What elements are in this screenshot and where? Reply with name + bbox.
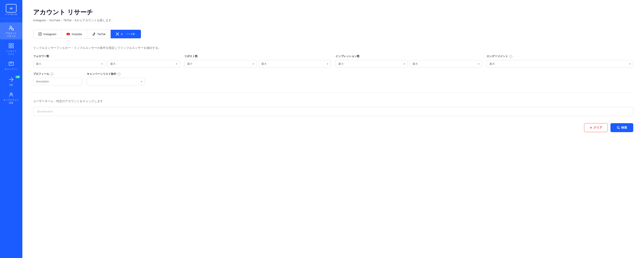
main-content: アカウント リサーチ Instagram・YouTube・TikTok・Xからア… — [22, 0, 644, 258]
tab-youtube[interactable]: Youtube — [62, 30, 87, 38]
influencer-filter-title: インフルエンサーフィルター・インフルエンサーの条件を指定してインフルエンサーを抽… — [33, 46, 633, 50]
sidebar-logo: A/ A·STREAM — [0, 0, 22, 19]
follower-max-wrap: 最大 ▼ — [107, 60, 180, 68]
filter-engagement: エンゲージメント i 最大 ▼ — [486, 54, 633, 68]
tab-x[interactable]: X ベータ版 — [111, 30, 141, 38]
campaign-icon — [8, 60, 14, 67]
sidebar-item-label-dm: DM — [10, 83, 13, 86]
filter-campaign-exclude: キャンペーンリスト除外 i ▼ — [87, 72, 145, 85]
tab-label-instagram: Instagram — [44, 33, 56, 36]
svg-point-15 — [39, 33, 41, 35]
action-bar: ✕ クリア 検索 — [33, 123, 633, 132]
page-title: アカウント リサーチ — [33, 8, 633, 17]
sidebar-item-label-key-account: キーアカウント調査 — [3, 98, 19, 104]
tab-label-x: X — [121, 33, 123, 36]
filter-row-2: プロフィール i キャンペーンリスト除外 i ▼ — [33, 72, 633, 85]
logo-text: A·STREAM — [5, 13, 17, 16]
sidebar-item-campaign[interactable]: キャンペーン — [0, 58, 22, 72]
campaign-exclude-select[interactable] — [87, 78, 145, 85]
repost-label: リポスト数 — [184, 54, 331, 58]
influencer-filter-section: インフルエンサーフィルター・インフルエンサーの条件を指定してインフルエンサーを抽… — [33, 46, 633, 85]
sidebar-item-label-campaign: キャンペーン — [4, 68, 18, 71]
search-button[interactable]: 検索 — [610, 123, 633, 132]
dm-beta-badge: β版 — [16, 75, 20, 78]
dm-icon — [8, 76, 14, 83]
repost-max-select[interactable]: 最大 — [258, 60, 331, 68]
platform-tabs: Instagram Youtube TikTok — [33, 30, 141, 39]
username-subtitle: ・特定のアカウントをチェックします — [54, 99, 103, 103]
x-beta-badge: ベータ版 — [125, 32, 136, 36]
engagement-info-icon[interactable]: i — [509, 55, 512, 58]
svg-point-0 — [10, 26, 12, 28]
sidebar: A/ A·STREAM アカウントリサーチ — [0, 0, 22, 258]
impression-inputs: 最小 ▼ 最大 ▼ — [336, 60, 482, 68]
follower-min-select[interactable]: 最小 — [33, 60, 106, 68]
sidebar-nav: アカウントリサーチ インサイトリスト — [0, 21, 22, 108]
follower-max-select[interactable]: 最大 — [107, 60, 180, 68]
engagement-inputs: 最大 ▼ — [486, 60, 633, 68]
filter-profile: プロフィール i — [33, 72, 82, 85]
impression-max-wrap: 最大 ▼ — [410, 60, 482, 68]
profile-input[interactable] — [33, 78, 82, 85]
repost-min-select[interactable]: 最小 — [184, 60, 257, 68]
filter-repost: リポスト数 最小 ▼ 最大 ▼ — [184, 54, 331, 68]
filter-impression: インプレッション数 最小 ▼ 最大 ▼ — [336, 54, 482, 68]
svg-rect-3 — [9, 43, 11, 45]
svg-point-13 — [11, 93, 12, 94]
search-label: 検索 — [621, 126, 627, 130]
key-account-icon — [8, 91, 14, 98]
impression-label: インプレッション数 — [336, 54, 482, 58]
sidebar-item-label-account-research: アカウントリサーチ — [6, 32, 17, 38]
campaign-exclude-info-icon[interactable]: i — [118, 73, 120, 76]
follower-inputs: 最小 ▼ 最大 ▼ — [33, 60, 180, 68]
instagram-icon — [38, 32, 42, 36]
impression-min-wrap: 最小 ▼ — [336, 60, 408, 68]
clear-label: クリア — [594, 126, 602, 130]
svg-rect-4 — [12, 43, 14, 45]
username-title: ユーザーネーム・特定のアカウントをチェックします — [33, 99, 633, 103]
section-divider — [33, 92, 633, 93]
username-input[interactable] — [33, 107, 633, 116]
profile-label: プロフィール i — [33, 72, 82, 76]
svg-point-16 — [41, 33, 41, 34]
sidebar-item-label-insight-list: インサイトリスト — [6, 50, 17, 56]
repost-max-wrap: 最大 ▼ — [258, 60, 331, 68]
engagement-label: エンゲージメント i — [486, 54, 633, 58]
tab-label-youtube: Youtube — [72, 33, 82, 36]
repost-min-wrap: 最小 ▼ — [184, 60, 257, 68]
svg-rect-6 — [12, 46, 14, 48]
engagement-select[interactable]: 最大 — [486, 60, 633, 68]
username-section: ユーザーネーム・特定のアカウントをチェックします — [33, 99, 633, 116]
campaign-exclude-label: キャンペーンリスト除外 i — [87, 72, 145, 76]
logo-icon: A/ — [10, 7, 12, 10]
svg-line-2 — [13, 30, 14, 30]
youtube-icon — [66, 32, 70, 36]
sidebar-item-key-account[interactable]: キーアカウント調査 — [0, 89, 22, 106]
impression-max-select[interactable]: 最大 — [410, 60, 482, 68]
logo-box: A/ — [6, 4, 16, 13]
x-icon — [116, 32, 119, 36]
filter-grid: フォロワー数 最小 ▼ 最大 ▼ — [33, 54, 633, 68]
sidebar-item-dm[interactable]: β版 DM — [0, 74, 22, 88]
follower-label: フォロワー数 — [33, 54, 180, 58]
svg-rect-14 — [38, 33, 42, 36]
sidebar-item-insight-list[interactable]: インサイトリスト — [0, 40, 22, 57]
clear-button[interactable]: ✕ クリア — [584, 123, 608, 132]
filter-follower: フォロワー数 最小 ▼ 最大 ▼ — [33, 54, 180, 68]
account-research-icon — [8, 25, 14, 31]
follower-min-wrap: 最小 ▼ — [33, 60, 106, 68]
svg-line-20 — [619, 128, 620, 129]
engagement-select-wrap: 最大 ▼ — [486, 60, 633, 68]
repost-inputs: 最小 ▼ 最大 ▼ — [184, 60, 331, 68]
tab-label-tiktok: TikTok — [97, 33, 106, 36]
sidebar-item-account-research[interactable]: アカウントリサーチ — [0, 22, 22, 39]
insight-list-icon — [8, 43, 14, 49]
search-icon — [617, 126, 620, 129]
tiktok-icon — [92, 32, 96, 36]
impression-min-select[interactable]: 最小 — [336, 60, 408, 68]
influencer-filter-subtitle: ・インフルエンサーの条件を指定してインフルエンサーを抽出する。 — [71, 46, 161, 50]
tab-instagram[interactable]: Instagram — [33, 30, 62, 38]
profile-info-icon[interactable]: i — [50, 73, 54, 76]
tab-tiktok[interactable]: TikTok — [87, 30, 111, 38]
clear-icon: ✕ — [590, 126, 592, 130]
